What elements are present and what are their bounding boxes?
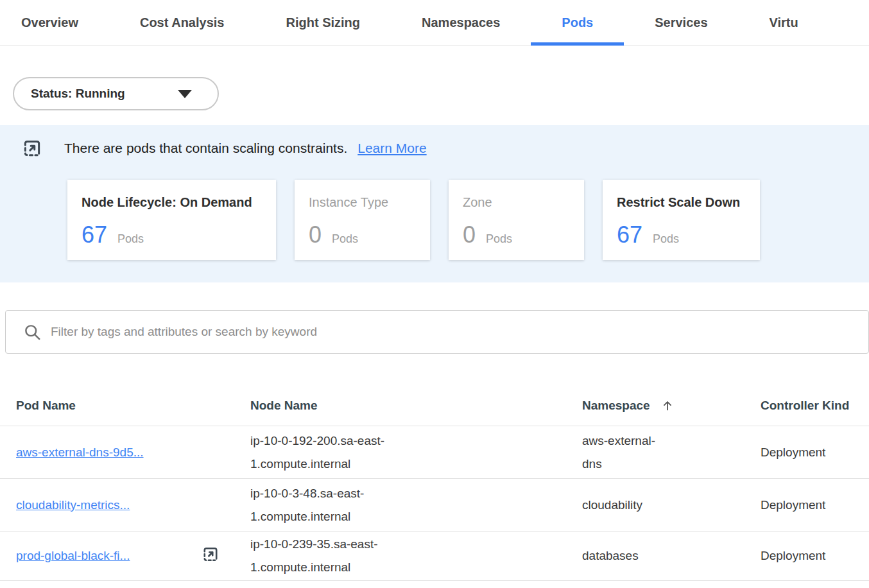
scaling-constraint-icon: [202, 546, 219, 566]
node-name-cell: ip-10-0-192-200.sa-east-1.compute.intern…: [250, 429, 424, 476]
scaling-constraints-banner: There are pods that contain scaling cons…: [0, 125, 869, 282]
search-input[interactable]: [51, 325, 868, 339]
tab-services[interactable]: Services: [624, 0, 738, 45]
card-unit: Pods: [486, 232, 512, 246]
card-title: Instance Type: [309, 195, 416, 210]
card-title: Zone: [463, 195, 570, 210]
filter-search-bar: [5, 310, 869, 354]
status-filter-label: Status: Running: [31, 87, 125, 101]
card-title: Node Lifecycle: On Demand: [82, 195, 262, 210]
card-title: Restrict Scale Down: [617, 195, 746, 210]
tab-list: Overview Cost Analysis Right Sizing Name…: [0, 0, 829, 45]
constraint-summary-cards: Node Lifecycle: On Demand 67 Pods Instan…: [67, 180, 760, 260]
tab-overview[interactable]: Overview: [0, 0, 109, 45]
banner-message: There are pods that contain scaling cons…: [64, 141, 347, 156]
namespace-cell: aws-external-dns: [582, 429, 669, 476]
tab-namespaces[interactable]: Namespaces: [391, 0, 531, 45]
controller-kind-cell: Deployment: [761, 549, 869, 563]
controller-kind-cell: Deployment: [761, 445, 869, 460]
card-value: 67: [617, 221, 642, 248]
column-header-namespace[interactable]: Namespace: [582, 399, 761, 413]
search-icon: [24, 324, 41, 341]
column-header-node-name[interactable]: Node Name: [250, 399, 582, 413]
sort-ascending-arrow-icon: [660, 399, 675, 413]
card-value: 0: [463, 221, 476, 248]
card-unit: Pods: [653, 232, 679, 246]
node-name-cell: ip-10-0-3-48.sa-east-1.compute.internal: [250, 482, 424, 528]
tab-bar: Overview Cost Analysis Right Sizing Name…: [0, 0, 869, 46]
pod-name-link[interactable]: aws-external-dns-9d5...: [16, 445, 144, 460]
status-filter-dropdown[interactable]: Status: Running: [13, 77, 219, 110]
column-header-pod-name[interactable]: Pod Name: [16, 399, 250, 413]
namespace-cell: cloudability: [582, 494, 669, 517]
table-header-row: Pod Name Node Name Namespace Controller …: [0, 385, 869, 426]
card-node-lifecycle[interactable]: Node Lifecycle: On Demand 67 Pods: [67, 180, 276, 260]
caret-down-icon: [178, 90, 192, 98]
scaling-constraint-icon: [22, 139, 42, 158]
pod-name-link[interactable]: cloudability-metrics...: [16, 498, 130, 512]
card-unit: Pods: [117, 232, 144, 246]
namespace-cell: databases: [582, 544, 669, 567]
pods-table: Pod Name Node Name Namespace Controller …: [0, 385, 869, 581]
card-restrict-scale-down[interactable]: Restrict Scale Down 67 Pods: [603, 180, 760, 260]
node-name-cell: ip-10-0-239-35.sa-east-1.compute.interna…: [250, 533, 424, 579]
controller-kind-cell: Deployment: [761, 498, 869, 512]
card-instance-type[interactable]: Instance Type 0 Pods: [295, 180, 430, 260]
tab-pods[interactable]: Pods: [531, 0, 624, 45]
card-value: 0: [309, 221, 322, 248]
banner-header: There are pods that contain scaling cons…: [22, 139, 427, 158]
card-value: 67: [82, 221, 107, 248]
table-row: prod-global-black-fi... ip-10-0-239-35.s…: [0, 532, 869, 581]
tab-virtual[interactable]: Virtu: [739, 0, 829, 45]
tab-right-sizing[interactable]: Right Sizing: [255, 0, 391, 45]
card-unit: Pods: [332, 232, 358, 246]
table-row: cloudability-metrics... ip-10-0-3-48.sa-…: [0, 479, 869, 532]
pod-name-link[interactable]: prod-global-black-fi...: [16, 549, 130, 563]
column-header-controller-kind[interactable]: Controller Kind: [761, 399, 869, 413]
card-zone[interactable]: Zone 0 Pods: [449, 180, 584, 260]
tab-cost-analysis[interactable]: Cost Analysis: [109, 0, 255, 45]
table-row: aws-external-dns-9d5... ip-10-0-192-200.…: [0, 426, 869, 479]
learn-more-link[interactable]: Learn More: [357, 141, 426, 156]
